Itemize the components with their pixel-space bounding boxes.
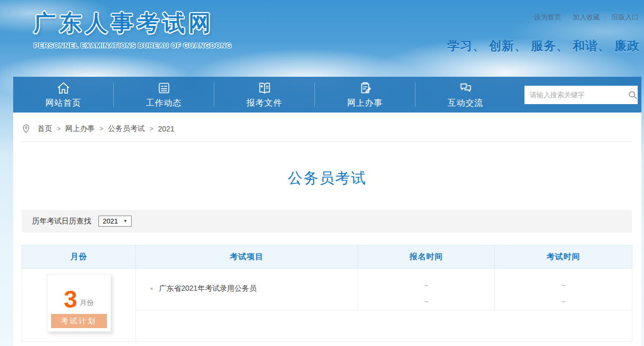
breadcrumb-separator: >	[150, 125, 153, 133]
header-signup-time: 报名时间	[358, 246, 495, 269]
breadcrumb: 首页 > 网上办事 > 公务员考试 > 2021	[22, 124, 632, 142]
signup-time-cell: ~ ~	[358, 269, 495, 310]
link-separator: |	[566, 13, 568, 21]
empty-cell	[136, 310, 632, 342]
clipboard-icon	[358, 81, 372, 95]
nav-item-label: 网上办事	[347, 98, 383, 109]
site-title: 广东人事考试网	[34, 8, 232, 38]
year-filter-bar: 历年考试日历查找 2021 ▼	[22, 210, 632, 232]
header-exam-item: 考试项目	[136, 246, 358, 269]
page-background: 广东人事考试网 PERSONNEL EXAMINATIONS BUREAU OF…	[0, 0, 644, 346]
exam-calendar-table: 月份 考试项目 报名时间 考试时间 3 月份 考试计划	[22, 245, 632, 342]
breadcrumb-home[interactable]: 首页	[37, 124, 52, 134]
nav-item-documents[interactable]: 报考文件	[214, 77, 314, 113]
top-utility-links: 设为首页|加入收藏|旧版入口	[534, 13, 639, 22]
breadcrumb-separator: >	[100, 125, 103, 133]
site-logo[interactable]: 广东人事考试网 PERSONNEL EXAMINATIONS BUREAU OF…	[34, 8, 232, 49]
table-header-row: 月份 考试项目 报名时间 考试时间	[22, 246, 632, 269]
search-button[interactable]	[628, 86, 638, 104]
nav-item-label: 互动交流	[448, 98, 483, 109]
chat-icon	[459, 81, 473, 95]
signup-time-value: ~	[358, 277, 494, 293]
nav-item-news[interactable]: 工作动态	[114, 77, 214, 113]
bullet-icon	[151, 288, 153, 290]
month-calendar-card[interactable]: 3 月份 考试计划	[47, 274, 111, 332]
old-version-link[interactable]: 旧版入口	[611, 13, 639, 21]
add-favorite-link[interactable]: 加入收藏	[573, 13, 600, 21]
search-box	[524, 86, 634, 104]
nav-item-label: 工作动态	[146, 98, 182, 109]
breadcrumb-civil-servant-exam[interactable]: 公务员考试	[108, 124, 145, 134]
year-filter-label: 历年考试日历查找	[32, 217, 91, 226]
exam-time-value: ~	[495, 277, 632, 293]
nav-item-home[interactable]: 网站首页	[13, 77, 113, 113]
signup-time-value: ~	[358, 293, 494, 310]
exam-item-link[interactable]: 广东省2021年考试录用公务员	[151, 283, 352, 293]
main-navbar: 网站首页 工作动态 报考文件 网上办事 互动交流	[13, 77, 641, 113]
breadcrumb-current-year: 2021	[158, 125, 174, 133]
year-select-value: 2021	[103, 217, 118, 225]
month-number: 3	[64, 287, 77, 311]
book-icon	[257, 81, 272, 95]
location-pin-icon	[22, 124, 31, 134]
chevron-down-icon: ▼	[123, 219, 127, 223]
nav-item-label: 网站首页	[45, 98, 81, 109]
link-separator: |	[605, 13, 607, 21]
home-icon	[56, 81, 71, 95]
year-select[interactable]: 2021 ▼	[98, 216, 132, 227]
exam-plan-tag: 考试计划	[51, 314, 107, 328]
exam-time-value: ~	[495, 293, 632, 310]
page-title: 公务员考试	[13, 168, 641, 188]
set-homepage-link[interactable]: 设为首页	[534, 13, 561, 21]
month-suffix: 月份	[80, 298, 94, 311]
news-icon	[157, 81, 171, 95]
header-month: 月份	[22, 246, 136, 269]
search-input[interactable]	[524, 91, 628, 99]
content-area: 首页 > 网上办事 > 公务员考试 > 2021 公务员考试 历年考试日历查找 …	[13, 113, 641, 346]
exam-item-cell: 广东省2021年考试录用公务员	[136, 269, 358, 310]
nav-item-interaction[interactable]: 互动交流	[415, 77, 516, 113]
nav-item-label: 报考文件	[246, 98, 282, 109]
search-icon	[628, 90, 638, 100]
site-slogan: 学习、 创新、 服务、 和谐、 廉政	[447, 38, 640, 54]
header-exam-time: 考试时间	[495, 246, 632, 269]
month-card-top: 3 月份	[47, 274, 111, 312]
breadcrumb-separator: >	[57, 125, 61, 133]
month-cell: 3 月份 考试计划	[22, 269, 136, 342]
table-row: 3 月份 考试计划 广东省2021年考试录用公务员 ~ ~	[22, 269, 632, 310]
exam-time-cell: ~ ~	[495, 269, 632, 310]
exam-item-text: 广东省2021年考试录用公务员	[159, 284, 256, 292]
site-subtitle: PERSONNEL EXAMINATIONS BUREAU OF GUANGDO…	[34, 42, 232, 49]
breadcrumb-online-services[interactable]: 网上办事	[65, 124, 95, 134]
nav-item-online-services[interactable]: 网上办事	[315, 77, 415, 113]
